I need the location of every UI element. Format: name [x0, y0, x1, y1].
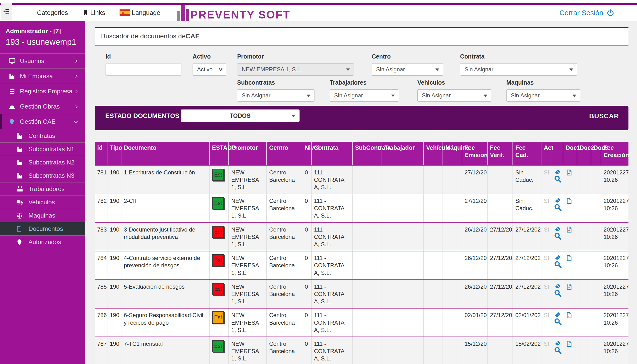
cell-fec-cad: 15/02/2021 [513, 337, 541, 364]
estado-badge[interactable]: Est [212, 340, 224, 352]
filter-vehiculos: Vehiculos Sin Asignar [417, 79, 491, 102]
cell-tipo: 190 [107, 251, 121, 280]
centro-label: Centro [372, 53, 443, 60]
magnifier-icon[interactable] [554, 175, 560, 183]
cell-centro: Centro Barcelona [266, 222, 302, 251]
activo-value: Activo [197, 66, 212, 73]
top-navbar: Categories Links Language PREVENTY SOFT … [0, 0, 637, 21]
eraser-icon[interactable] [554, 340, 560, 347]
pdf-file-icon[interactable] [566, 226, 572, 234]
cell-fec-verif: 27/12/2020 [487, 280, 513, 308]
filter-id: Id [106, 53, 181, 76]
trabajadores-value: Sin Asignar [334, 92, 363, 99]
sidebar-item-gestion-obras[interactable]: Gestión Obras [0, 99, 85, 114]
nav-language-label: Language [132, 9, 160, 16]
cell-fec-emision: 15/12/2020 [462, 337, 487, 364]
filter-contrata: Contrata Sin Asignar [460, 53, 577, 76]
sidebar-item-label: Subcontratas N3 [29, 172, 75, 180]
sidebar-item-maquinas[interactable]: Maquinas [0, 209, 85, 222]
table-row: 7841904-Contrato servicio externo de pre… [95, 251, 628, 280]
sidebar-item-contratas[interactable]: Contratas [0, 129, 85, 142]
estado-documentos-select[interactable]: TODOS [181, 110, 299, 122]
column-header: Nivel [302, 142, 311, 166]
cell-nivel: 0 [302, 251, 311, 280]
chevron-right-icon [74, 104, 79, 110]
pdf-file-icon[interactable] [566, 169, 572, 176]
eraser-icon[interactable] [554, 225, 560, 232]
eraser-icon[interactable] [554, 282, 560, 290]
activo-select[interactable]: Activo V [193, 63, 226, 76]
sidebar-toggle-button[interactable] [1, 3, 12, 20]
column-header: Máquina [443, 142, 462, 166]
eraser-icon[interactable] [554, 197, 560, 204]
estado-badge[interactable]: Est [212, 226, 224, 238]
promotor-select[interactable]: NEW EMPRESA 1, S.L. [237, 63, 354, 76]
cell-centro: Centro Barcelona [266, 251, 302, 280]
estado-badge[interactable]: Est [212, 283, 224, 295]
factory-icon [16, 172, 29, 180]
estado-badge[interactable]: Est [212, 197, 224, 210]
nav-left: Categories Links Language PREVENTY SOFT [37, 5, 290, 21]
magnifier-icon[interactable] [554, 260, 560, 268]
cell-fec-creacion: 20201227 10:26 [601, 280, 628, 308]
cell-fec-emision: 27/12/2020 [462, 166, 487, 194]
sidebar-item-subcontratas-n1[interactable]: Subcontratas N1 [0, 142, 85, 156]
id-input[interactable] [106, 63, 181, 76]
sidebar-item-vehiculos[interactable]: Vehiculos [0, 196, 85, 209]
documents-table-body: 7811901-Escrituras de ConstituciónEstNEW… [95, 166, 628, 364]
nav-language[interactable]: Language [120, 9, 160, 16]
sidebar-item-autorizados[interactable]: Autorizados [0, 235, 85, 248]
sidebar-item-documentos[interactable]: Documentos [0, 222, 85, 235]
magnifier-icon[interactable] [554, 289, 560, 297]
cell-nivel: 0 [302, 308, 311, 337]
magnifier-icon[interactable] [554, 232, 560, 240]
id-label: Id [106, 53, 181, 60]
sidebar-item-mi-empresa[interactable]: Mi Empresa [0, 68, 85, 84]
map-marker-icon [16, 239, 29, 246]
logout-button[interactable]: Cerrar Sesión [559, 5, 614, 21]
estado-badge[interactable]: Est [212, 254, 224, 266]
centro-select[interactable]: Sin Asignar [372, 63, 443, 76]
buscar-button[interactable]: BUSCAR [589, 112, 619, 120]
vehiculos-select[interactable]: Sin Asignar [417, 89, 491, 102]
estado-badge[interactable]: Est [212, 169, 224, 181]
contrata-select[interactable]: Sin Asignar [460, 63, 577, 76]
sidebar-item-subcontratas-n3[interactable]: Subcontratas N3 [0, 169, 85, 182]
nav-links[interactable]: Links [82, 9, 105, 16]
pdf-file-icon[interactable] [566, 283, 572, 290]
cell-doc2 [577, 194, 591, 223]
promotor-label: Promotor [237, 53, 354, 60]
cell-vehiculo [424, 194, 443, 223]
magnifier-icon[interactable] [554, 318, 560, 326]
user-name: 193 - usunewemp1 [6, 37, 79, 47]
eraser-icon[interactable] [554, 254, 560, 261]
column-header: Promotor [229, 142, 266, 166]
sidebar-item-usuarios[interactable]: Usuarios [0, 53, 85, 68]
sidebar-item-trabajadores[interactable]: Trabajadores [0, 182, 85, 196]
trabajadores-select[interactable]: Sin Asignar [330, 89, 399, 102]
pdf-file-icon[interactable] [566, 197, 572, 205]
magnifier-icon[interactable] [554, 346, 560, 354]
eraser-icon[interactable] [554, 168, 560, 175]
table-header-row: idTipoDocumentoESTADOPromotorCentroNivel… [95, 142, 628, 166]
filter-subcontratas: Subcontratas Sin Asignar [237, 79, 314, 102]
maquinas-select[interactable]: Sin Asignar [506, 89, 580, 102]
nav-categories[interactable]: Categories [37, 9, 68, 16]
cell-fec-verif: 27/12/2020 [487, 222, 513, 251]
magnifier-icon[interactable] [554, 203, 560, 212]
sidebar-item-registros-empresa[interactable]: Registros Empresa [0, 84, 85, 99]
cell-subcontrata [353, 166, 382, 194]
estado-badge[interactable]: Est [212, 312, 224, 324]
sidebar-item-gestion-cae[interactable]: Gestión CAE [0, 114, 85, 129]
eraser-icon[interactable] [554, 311, 560, 318]
pdf-file-icon[interactable] [566, 312, 572, 319]
pdf-file-icon[interactable] [566, 254, 572, 262]
contrata-value: Sin Asignar [465, 66, 493, 73]
cell-promotor: NEW EMPRESA 1, S.L. [229, 251, 266, 280]
cell-estado: Est [209, 337, 229, 364]
subcontratas-select[interactable]: Sin Asignar [237, 89, 314, 102]
cell-doc1 [563, 337, 577, 364]
cell-fec-emision: 26/12/2019 [462, 251, 487, 280]
sidebar-item-subcontratas-n2[interactable]: Subcontratas N2 [0, 156, 85, 169]
pdf-file-icon[interactable] [566, 340, 572, 348]
